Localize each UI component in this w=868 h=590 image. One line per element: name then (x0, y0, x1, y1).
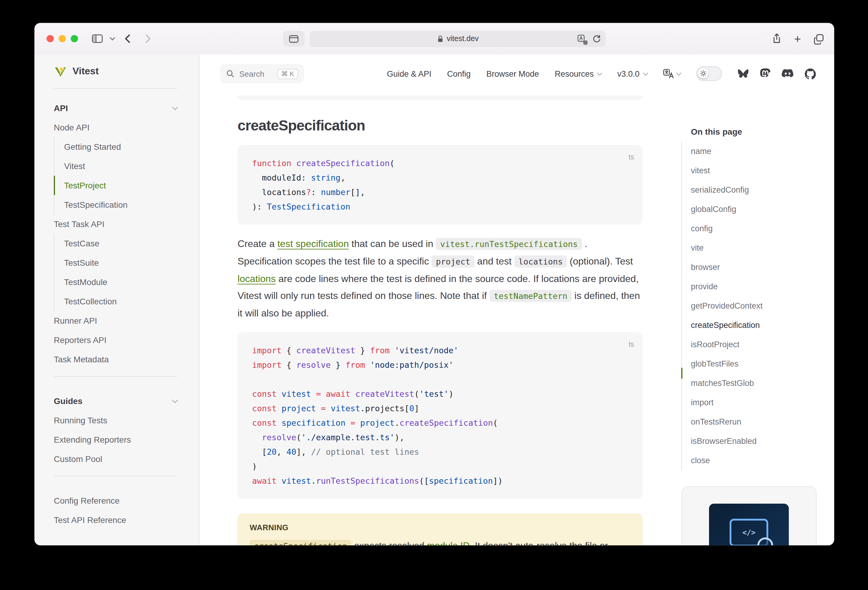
sidebar-item[interactable]: Extending Reporters (34, 430, 199, 449)
theme-toggle[interactable] (696, 66, 722, 81)
sidebar-item[interactable]: Runner API (34, 311, 199, 330)
translate-badge (584, 40, 588, 44)
toc-item[interactable]: vite (681, 238, 834, 257)
toc-item[interactable]: getProvidedContext (681, 296, 834, 315)
toc-item[interactable]: config (681, 219, 834, 238)
github-icon[interactable] (805, 68, 816, 79)
sidebar-item[interactable]: TestModule (54, 272, 199, 292)
toc-item-label: getProvidedContext (691, 301, 763, 310)
sidebar-item[interactable]: API (34, 99, 199, 118)
toc-item[interactable]: close (681, 450, 834, 470)
on-this-page: On this page name vitest serializedConfi… (681, 93, 834, 545)
sidebar-menu-chevron-icon[interactable] (109, 36, 115, 41)
sidebar-item[interactable]: Running Tests (34, 410, 199, 430)
toc-item[interactable]: isBrowserEnabled (681, 431, 834, 450)
search-icon (226, 69, 235, 78)
minimize-window-button[interactable] (59, 35, 66, 42)
toc-item[interactable]: serializedConfig (681, 180, 834, 199)
toc-item[interactable]: browser (681, 257, 834, 277)
nav-link[interactable]: Guide & API (387, 69, 431, 78)
new-tab-button[interactable]: + (794, 33, 801, 44)
toc-item[interactable]: matchesTestGlob (681, 373, 834, 393)
toc-item[interactable]: isRootProject (681, 334, 834, 354)
sponsor-card[interactable]: </> (681, 486, 816, 545)
sidebar-item[interactable]: Custom Pool (34, 449, 199, 469)
tab-overview-button[interactable] (813, 33, 824, 44)
forward-button[interactable] (141, 32, 154, 45)
toc-item-label: close (691, 456, 710, 465)
sidebar-item[interactable]: Node API (34, 118, 199, 137)
desktop: vitest.dev A (0, 0, 868, 590)
language-icon (663, 69, 674, 78)
code-language-label: ts (629, 337, 634, 352)
zoom-window-button[interactable] (71, 35, 78, 42)
sidebar-item[interactable]: TestCase (54, 234, 199, 253)
toc-item-label: globalConfig (691, 205, 736, 213)
sidebar-item[interactable]: Reporters API (34, 330, 199, 350)
toc-item[interactable]: provide (681, 277, 834, 296)
warning-callout: WARNING createSpecification expects reso… (238, 513, 642, 545)
chevron-down-icon (172, 397, 178, 403)
language-menu[interactable] (663, 69, 681, 78)
translate-icon[interactable]: A (577, 34, 587, 43)
example-code-block: ts import { createVitest } from 'vitest/… (238, 332, 642, 499)
mastodon-icon[interactable] (760, 68, 771, 79)
sidebar-item[interactable]: Task Metadata (34, 350, 199, 369)
site-title: Vitest (72, 66, 99, 77)
sidebar-item[interactable]: Config Reference (34, 491, 199, 510)
inline-link[interactable]: module ID (427, 540, 469, 545)
toc-item[interactable]: name (681, 141, 834, 160)
search-placeholder: Search (239, 69, 264, 78)
sidebar-toggle-button[interactable] (91, 33, 103, 44)
toc-item[interactable]: createSpecification (681, 315, 834, 334)
close-window-button[interactable] (47, 35, 54, 42)
nav-link[interactable]: Browser Mode (486, 69, 539, 78)
sidebar-nav: API Node API Getting Started Vitest (34, 89, 199, 530)
toc-item[interactable]: vitest (681, 160, 834, 180)
inline-code-link[interactable]: testNamePattern (490, 290, 572, 302)
page-settings-button[interactable] (283, 31, 305, 47)
sidebar-item-label: Getting Started (64, 142, 121, 152)
share-button[interactable] (771, 32, 782, 45)
discord-icon[interactable] (782, 69, 794, 78)
toc-item[interactable]: globTestFiles (681, 354, 834, 373)
nav-link-label: Config (447, 69, 471, 78)
site-logo[interactable]: Vitest (34, 54, 199, 88)
sidebar-item[interactable]: Vitest (54, 156, 199, 176)
toc-item-label: provide (691, 282, 718, 291)
sidebar-item-label: Guides (54, 396, 83, 406)
code-lines: function createSpecification( moduleId: … (252, 156, 628, 214)
bluesky-icon[interactable] (737, 69, 749, 79)
reload-button[interactable] (593, 34, 601, 43)
warning-title: WARNING (249, 523, 630, 532)
search-input[interactable]: Search ⌘ K (220, 64, 304, 83)
sidebar-item[interactable]: TestSpecification (54, 195, 199, 214)
sidebar-item[interactable]: Guides (34, 391, 199, 410)
inline-code-link[interactable]: vitest.runTestSpecifications (436, 238, 582, 250)
sidebar-item[interactable]: Getting Started (54, 137, 199, 156)
toc-item-label: isRootProject (691, 340, 740, 349)
sidebar-item[interactable] (34, 476, 199, 491)
nav-link[interactable]: v3.0.0 (617, 69, 647, 78)
toc-active-marker (681, 368, 682, 379)
sidebar-item-label: Custom Pool (54, 454, 102, 464)
sidebar-item[interactable] (34, 376, 199, 391)
toc-item[interactable]: onTestsRerun (681, 412, 834, 431)
sidebar-item[interactable]: TestProject (54, 176, 199, 195)
nav-link[interactable]: Config (447, 69, 471, 78)
sidebar-item-label: Vitest (64, 161, 85, 171)
search-shortcut-badge: ⌘ K (278, 69, 298, 79)
sidebar-item[interactable]: TestSuite (54, 253, 199, 272)
address-bar[interactable]: vitest.dev A (310, 31, 606, 47)
toc-item[interactable]: import (681, 393, 834, 412)
inline-link[interactable]: test specification (278, 238, 349, 249)
toc-item[interactable]: globalConfig (681, 199, 834, 219)
sidebar-item[interactable]: Test API Reference (34, 510, 199, 530)
sidebar-item[interactable]: TestCollection (54, 292, 199, 311)
nav-link[interactable]: Resources (555, 69, 601, 78)
inline-link[interactable]: locations (238, 273, 276, 284)
toc-item-label: matchesTestGlob (691, 378, 754, 387)
sidebar-item[interactable]: Test Task API (34, 214, 199, 234)
toc-item-label: serializedConfig (691, 185, 749, 194)
back-button[interactable] (121, 32, 135, 45)
